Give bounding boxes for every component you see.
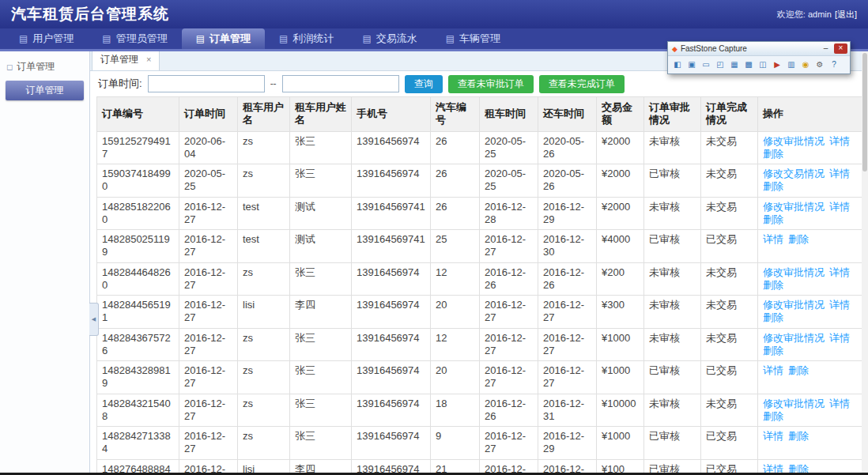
- detail-link[interactable]: 详情: [763, 430, 783, 442]
- delete-link[interactable]: 删除: [763, 148, 783, 160]
- nav-item-label: 用户管理: [32, 32, 74, 46]
- cell-rent-time: 2016-12-27: [480, 459, 538, 473]
- detail-link[interactable]: 详情: [829, 168, 850, 179]
- cell-order-time: 2016-12-27: [179, 459, 238, 473]
- column-header: 操作: [758, 97, 862, 132]
- view-unfinished-orders-button[interactable]: 查看未完成订单: [539, 75, 625, 93]
- detail-link[interactable]: 详情: [829, 299, 850, 311]
- chevron-left-icon: ◀: [92, 316, 96, 322]
- detail-link[interactable]: 详情: [829, 398, 850, 409]
- modify-approval-link[interactable]: 修改审批情况: [763, 299, 825, 311]
- cell-username: zs: [238, 131, 290, 164]
- faststone-logo-icon: ◆: [672, 45, 677, 53]
- detail-link[interactable]: 详情: [763, 233, 783, 245]
- delete-link[interactable]: 删除: [788, 463, 809, 473]
- delete-link[interactable]: 删除: [763, 279, 783, 291]
- cell-return-time: 2020-05-26: [538, 164, 597, 198]
- cell-amount: ¥300: [597, 296, 644, 329]
- cell-order-time: 2016-12-27: [179, 230, 238, 263]
- scrollbar-thumb[interactable]: [862, 53, 867, 172]
- capture-fullscreen-icon[interactable]: ▦: [728, 58, 741, 70]
- capture-rectangle-icon[interactable]: ▭: [700, 58, 712, 70]
- cell-order-id: 1590374184990: [97, 164, 179, 198]
- delete-link[interactable]: 删除: [788, 430, 809, 442]
- nav-item-label: 管理员管理: [116, 32, 168, 46]
- delete-link[interactable]: 删除: [788, 364, 809, 376]
- sidebar-item-order-management[interactable]: 订单管理: [6, 81, 84, 100]
- close-button[interactable]: ×: [834, 43, 847, 54]
- cell-amount: ¥2000: [597, 131, 644, 164]
- nav-item[interactable]: ▤ 车辆管理: [432, 28, 515, 49]
- faststone-titlebar[interactable]: ◆ FastStone Capture – ×: [668, 42, 850, 55]
- cell-return-time: 2016-12-26: [538, 262, 597, 296]
- order-time-to-input[interactable]: [282, 75, 399, 92]
- detail-link[interactable]: 详情: [829, 135, 850, 147]
- nav-item-icon: ▤: [196, 33, 205, 44]
- sidebar-group-order-management[interactable]: ◻ 订单管理: [0, 58, 89, 76]
- detail-link[interactable]: 详情: [763, 463, 783, 473]
- cell-phone: 13916456974: [352, 164, 431, 198]
- cell-approval-status: 未审核: [644, 262, 701, 296]
- vertical-scrollbar[interactable]: [862, 51, 868, 473]
- cell-amount: ¥200: [597, 262, 644, 296]
- cell-realname: 李四: [290, 296, 352, 329]
- nav-item[interactable]: ▤ 用户管理: [5, 28, 88, 49]
- detail-link[interactable]: 详情: [829, 201, 850, 213]
- modify-approval-link[interactable]: 修改审批情况: [763, 201, 825, 213]
- cell-realname: 张三: [290, 164, 352, 198]
- detail-link[interactable]: 详情: [829, 266, 850, 278]
- detail-link[interactable]: 详情: [763, 364, 783, 376]
- sidebar-collapse-handle[interactable]: ◀: [89, 303, 99, 336]
- cell-approval-status: 已审核: [644, 427, 701, 460]
- table-row: 1482843675726 2016-12-27 zs 张三 139164569…: [97, 328, 862, 361]
- search-button[interactable]: 查询: [405, 75, 443, 93]
- capture-scrolling-icon[interactable]: ▩: [742, 58, 755, 70]
- color-picker-icon[interactable]: ◉: [799, 58, 812, 70]
- capture-freehand-icon[interactable]: ◰: [714, 58, 726, 70]
- delete-link[interactable]: 删除: [788, 233, 809, 245]
- cell-realname: 张三: [290, 262, 352, 296]
- app-window: 汽车租赁后台管理系统 欢迎您: admin [退出] ▤ 用户管理 ▤ 管理员管…: [0, 0, 868, 475]
- help-icon[interactable]: ?: [828, 58, 840, 70]
- cell-return-time: 2016-12-27: [538, 296, 597, 329]
- cell-completion-status: 未交易: [701, 296, 758, 329]
- delete-link[interactable]: 删除: [763, 180, 783, 192]
- minimize-button[interactable]: –: [819, 43, 832, 54]
- nav-item[interactable]: ▤ 利润统计: [265, 28, 348, 49]
- modify-approval-link[interactable]: 修改审批情况: [763, 135, 825, 147]
- orders-table: 订单编号订单时间租车用户名租车用户姓名手机号汽车编号租车时间还车时间交易金额订单…: [96, 96, 862, 473]
- cell-phone: 13916456974: [352, 131, 431, 164]
- faststone-toolbar: ◧ ▣ ▭ ◰ ▦ ▩ ◫ ▶ ▥ ◉ ⚙ ?: [668, 55, 850, 74]
- tab-close-icon[interactable]: ×: [146, 55, 151, 64]
- nav-item[interactable]: ▤ 订单管理: [182, 28, 265, 49]
- capture-fixed-region-icon[interactable]: ◫: [757, 58, 769, 70]
- modify-transaction-link[interactable]: 修改交易情况: [763, 168, 825, 179]
- tab-order-management[interactable]: 订单管理 ×: [92, 51, 160, 70]
- delete-link[interactable]: 删除: [763, 311, 783, 323]
- cell-phone: 13916456974: [352, 262, 431, 296]
- detail-link[interactable]: 详情: [829, 332, 850, 344]
- capture-active-window-icon[interactable]: ◧: [671, 58, 684, 70]
- range-separator: --: [270, 78, 277, 89]
- ruler-icon[interactable]: ▥: [785, 58, 798, 70]
- modify-approval-link[interactable]: 修改审批情况: [763, 398, 825, 409]
- settings-icon[interactable]: ⚙: [813, 58, 826, 70]
- modify-approval-link[interactable]: 修改审批情况: [763, 332, 825, 344]
- delete-link[interactable]: 删除: [763, 410, 783, 422]
- view-unapproved-orders-button[interactable]: 查看未审批订单: [448, 75, 534, 93]
- column-header: 租车用户名: [238, 97, 290, 132]
- screen-recorder-icon[interactable]: ▶: [771, 58, 783, 70]
- order-time-from-input[interactable]: [148, 75, 265, 92]
- column-header: 汽车编号: [431, 97, 480, 132]
- nav-item[interactable]: ▤ 管理员管理: [88, 28, 181, 49]
- delete-link[interactable]: 删除: [763, 213, 783, 225]
- delete-link[interactable]: 删除: [763, 345, 783, 356]
- cell-phone: 13916456974: [352, 459, 431, 473]
- cell-order-time: 2020-05-25: [179, 164, 238, 198]
- modify-approval-link[interactable]: 修改审批情况: [763, 266, 825, 278]
- nav-item[interactable]: ▤ 交易流水: [348, 28, 431, 49]
- table-row: 1482850251199 2016-12-27 test 测试 1391645…: [97, 230, 862, 263]
- cell-actions: 修改审批情况详情删除: [758, 296, 862, 329]
- capture-window-icon[interactable]: ▣: [685, 58, 698, 70]
- logout-link[interactable]: [退出]: [835, 9, 857, 21]
